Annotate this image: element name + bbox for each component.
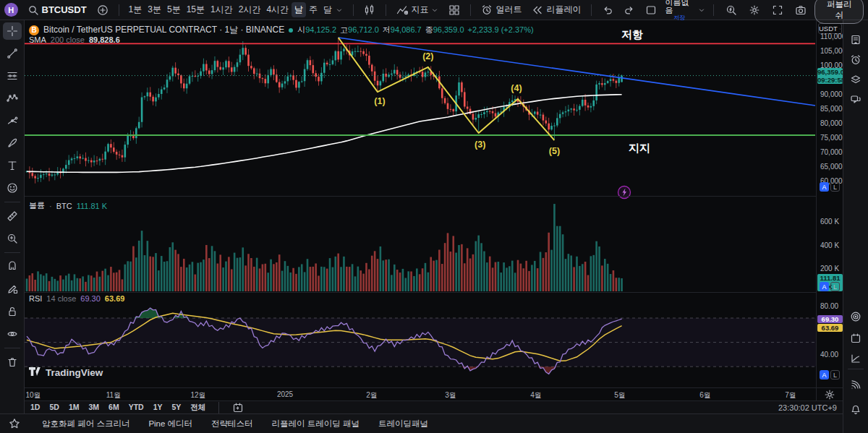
object-tree-button[interactable]	[847, 71, 864, 88]
sma-name: SMA	[29, 35, 46, 44]
interval-button-1시간[interactable]: 1시간	[208, 2, 236, 17]
bottom-tab-0[interactable]: 암호화폐 페어 스크리너	[42, 419, 129, 429]
range-button-전체[interactable]: 전체	[190, 403, 205, 413]
symbol-legend-row[interactable]: B Bitcoin / TetherUS PERPETUAL CONTRACT …	[29, 24, 537, 36]
main-chart-canvas[interactable]: (1)(2)(3)(4)(5)저항지지	[25, 20, 816, 387]
range-button-1M[interactable]: 1M	[69, 403, 80, 413]
bottom-tab-3[interactable]: 리플레이 트레이딩 패널	[272, 419, 359, 429]
fib-retracement-tool[interactable]	[3, 67, 22, 85]
rsi-params: 14 close	[46, 294, 76, 303]
ohlc-values: 시94,125.2고96,712.0저94,086.7종96,359.0+2,2…	[297, 25, 537, 35]
snapshot-button[interactable]	[791, 3, 810, 17]
rsi-legend-row[interactable]: RSI 14 close 69.30 63.69	[29, 294, 124, 303]
auto-scale-button[interactable]: A	[820, 282, 829, 291]
streams-button[interactable]	[847, 376, 864, 393]
star-icon[interactable]	[9, 418, 20, 429]
publish-button[interactable]: 퍼블리쉬	[814, 0, 864, 24]
interval-button-4시간[interactable]: 4시간	[263, 2, 292, 17]
log-scale-button[interactable]: L	[830, 282, 840, 291]
range-button-6M[interactable]: 6M	[109, 403, 119, 413]
interval-button-3분[interactable]: 3분	[145, 2, 164, 17]
log-scale-button[interactable]: L	[830, 370, 840, 380]
bottom-tab-4[interactable]: 트레이딩패널	[378, 419, 428, 429]
gear-icon[interactable]	[824, 389, 835, 400]
sma-legend-row[interactable]: SMA 200 close 89,828.6	[29, 35, 120, 44]
hotlist-button[interactable]	[847, 350, 864, 367]
auto-scale-button[interactable]: A	[820, 370, 829, 380]
chart-style-button[interactable]	[360, 3, 379, 17]
screener-button[interactable]	[847, 308, 864, 325]
interval-expand-button[interactable]	[332, 5, 346, 15]
calendar-panel-button[interactable]	[847, 330, 864, 347]
replay-button[interactable]: 리플레이	[528, 2, 584, 17]
toolbar-separator	[119, 4, 119, 16]
ruler-tool[interactable]	[3, 207, 22, 225]
price-axis[interactable]: USDT110,000.0105,000.0100,000.090,000.08…	[816, 20, 843, 387]
layout-templates-button[interactable]	[445, 3, 464, 17]
alert-button[interactable]: 얼러트	[477, 2, 525, 17]
volume-legend-row[interactable]: 볼륨 · BTC 111.81 K	[29, 200, 107, 211]
hide-drawings-tool[interactable]	[3, 325, 22, 343]
bottom-tab-2[interactable]: 전략테스터	[211, 419, 253, 429]
time-axis-label: 10월	[25, 390, 41, 400]
chevron-down-icon	[431, 7, 438, 14]
plus-circle-icon	[97, 4, 109, 16]
brush-tool[interactable]	[3, 134, 22, 152]
time-axis-label: 5월	[614, 390, 626, 400]
user-avatar[interactable]: H	[4, 3, 18, 17]
range-toolbar: 1D5D1M3M6MYTD1Y5Y전체 23:30:02 UTC+9	[25, 400, 843, 413]
forecast-tool[interactable]	[3, 112, 22, 129]
range-button-5D[interactable]: 5D	[49, 403, 59, 413]
volume-symbol: BTC	[56, 202, 72, 210]
crosshair-tool[interactable]	[3, 22, 22, 40]
chevron-down-icon[interactable]	[698, 7, 705, 14]
interval-button-날[interactable]: 날	[292, 2, 306, 17]
interval-button-15분[interactable]: 15분	[184, 2, 208, 17]
sidebar-divider	[848, 369, 864, 369]
pane-separator[interactable]	[25, 196, 843, 197]
lock-all-tool[interactable]	[3, 303, 22, 320]
interval-button-5분[interactable]: 5분	[164, 2, 184, 17]
go-to-date-icon[interactable]	[232, 402, 244, 413]
interval-button-주[interactable]: 주	[306, 2, 320, 17]
toolbar-divider	[4, 202, 20, 202]
remove-drawings-tool[interactable]	[3, 353, 22, 371]
fullscreen-button[interactable]	[768, 3, 787, 17]
indicators-button[interactable]: 지표	[393, 2, 442, 17]
quick-search-button[interactable]	[722, 3, 741, 17]
chart-plot-area[interactable]: (1)(2)(3)(4)(5)저항지지 B Bitcoin / TetherUS…	[25, 20, 816, 387]
pattern-tool[interactable]	[3, 90, 22, 107]
alerts-panel-button[interactable]	[847, 51, 864, 69]
magnet-tool[interactable]	[3, 258, 22, 275]
time-axis[interactable]: 10월11월12월20252월3월4월5월6월7월	[25, 387, 816, 400]
bottom-tab-1[interactable]: Pine 에디터	[148, 419, 192, 429]
layout-select-button[interactable]	[642, 3, 660, 17]
interval-button-1분[interactable]: 1분	[126, 2, 145, 17]
clock-label[interactable]: 23:30:02 UTC+9	[778, 403, 837, 412]
pane-separator[interactable]	[25, 292, 843, 293]
text-tool[interactable]	[3, 157, 22, 174]
chat-panel-button[interactable]	[847, 91, 864, 108]
range-button-1Y[interactable]: 1Y	[153, 403, 163, 413]
drawing-mode-tool[interactable]	[3, 280, 22, 298]
watchlist-panel-button[interactable]	[847, 31, 864, 48]
range-button-1D[interactable]: 1D	[30, 403, 40, 413]
emoji-tool[interactable]	[3, 179, 22, 197]
range-button-YTD[interactable]: YTD	[129, 403, 144, 413]
notifications-bell-button[interactable]	[847, 401, 864, 419]
layout-name-button[interactable]: 이름없음 저장	[665, 0, 694, 21]
range-button-3M[interactable]: 3M	[88, 403, 99, 413]
axis-settings-corner[interactable]	[816, 387, 843, 400]
redo-button[interactable]	[620, 3, 639, 17]
interval-button-2시간[interactable]: 2시간	[236, 2, 264, 17]
log-scale-button[interactable]: L	[830, 182, 840, 192]
compare-add-button[interactable]	[93, 3, 112, 17]
range-button-5Y[interactable]: 5Y	[172, 403, 182, 413]
auto-scale-button[interactable]: A	[820, 182, 829, 192]
undo-button[interactable]	[598, 3, 617, 17]
trend-line-tool[interactable]	[3, 45, 22, 62]
zoom-in-tool[interactable]	[3, 230, 22, 247]
search-bolt-icon	[726, 4, 737, 16]
symbol-search-button[interactable]: BTCUSDT	[24, 3, 90, 17]
settings-button[interactable]	[745, 3, 764, 17]
